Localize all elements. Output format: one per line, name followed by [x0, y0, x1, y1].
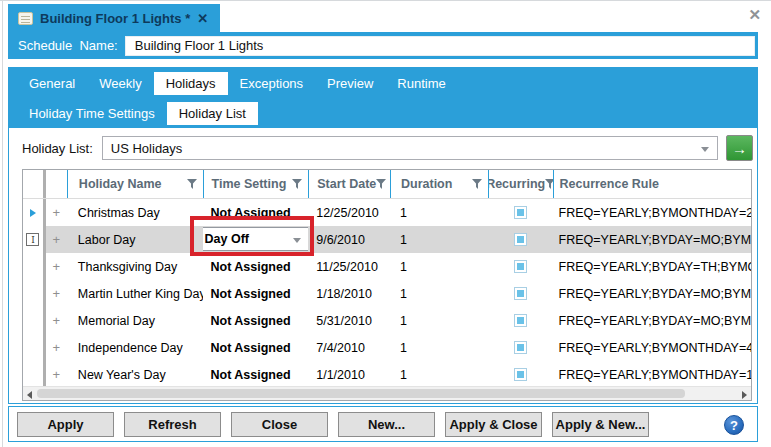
refresh-button[interactable]: Refresh: [124, 412, 221, 437]
filter-icon[interactable]: [545, 179, 552, 189]
filter-icon[interactable]: [187, 179, 197, 189]
cell-start-date[interactable]: 12/25/2010: [308, 199, 390, 226]
recurring-checkbox[interactable]: [514, 260, 527, 273]
cell-duration[interactable]: 1: [390, 334, 488, 361]
recurring-checkbox[interactable]: [514, 206, 527, 219]
tab-exceptions[interactable]: Exceptions: [228, 72, 316, 95]
cell-holiday-name[interactable]: New Year's Day: [67, 361, 203, 388]
table-row[interactable]: + Martin Luther King Day Not Assigned 1/…: [23, 280, 751, 307]
cell-start-date[interactable]: 5/31/2010: [308, 307, 390, 334]
cell-duration[interactable]: 1: [390, 307, 488, 334]
cell-duration[interactable]: 1: [390, 253, 488, 280]
load-holiday-list-button[interactable]: →: [726, 135, 753, 161]
cell-duration[interactable]: 1: [390, 226, 488, 253]
cell-duration[interactable]: 1: [390, 199, 488, 226]
expand-icon[interactable]: +: [46, 307, 67, 334]
cell-recurrence-rule[interactable]: FREQ=YEARLY;BYMONTHDAY=4;BYM: [553, 334, 751, 361]
header-start-date[interactable]: Start Date: [308, 170, 390, 198]
cell-holiday-name[interactable]: Christmas Day: [67, 199, 203, 226]
tab-holiday-list[interactable]: Holiday List: [167, 102, 258, 125]
cell-start-date[interactable]: 1/18/2010: [308, 280, 390, 307]
help-icon[interactable]: ?: [724, 415, 744, 435]
cell-time-setting[interactable]: Not Assigned: [203, 253, 309, 280]
recurring-checkbox[interactable]: [514, 341, 527, 354]
tab-weekly[interactable]: Weekly: [87, 72, 153, 95]
scroll-left-icon[interactable]: [27, 391, 32, 399]
cell-duration[interactable]: 1: [390, 361, 488, 388]
cell-time-setting[interactable]: Not Assigned: [203, 334, 309, 361]
cell-recurring[interactable]: [488, 334, 553, 361]
apply-button[interactable]: Apply: [17, 412, 114, 437]
table-row[interactable]: + Christmas Day Not Assigned 12/25/2010 …: [23, 199, 751, 226]
recurring-checkbox[interactable]: [514, 233, 527, 246]
cell-start-date[interactable]: 1/1/2010: [308, 361, 390, 388]
expand-icon[interactable]: +: [46, 280, 67, 307]
cell-holiday-name[interactable]: Memorial Day: [67, 307, 203, 334]
cell-recurrence-rule[interactable]: FREQ=YEARLY;BYDAY=MO;BYMONT: [553, 307, 751, 334]
tab-general[interactable]: General: [17, 72, 87, 95]
tab-holiday-time-settings[interactable]: Holiday Time Settings: [17, 102, 167, 125]
document-tab[interactable]: Building Floor 1 Lights * ✕: [8, 4, 220, 32]
chevron-down-icon[interactable]: [293, 238, 301, 243]
filter-icon[interactable]: [472, 179, 482, 189]
cell-holiday-name[interactable]: Martin Luther King Day: [67, 280, 203, 307]
scrollbar-thumb[interactable]: [37, 389, 685, 398]
table-row[interactable]: I + Labor Day Day Off 9/6/2010 1: [23, 226, 751, 253]
schedule-name-input[interactable]: [125, 36, 755, 56]
tab-preview[interactable]: Preview: [315, 72, 385, 95]
tab-close-icon[interactable]: ✕: [197, 11, 208, 26]
cell-recurring[interactable]: [488, 199, 553, 226]
cell-recurring[interactable]: [488, 307, 553, 334]
filter-icon[interactable]: [292, 179, 302, 189]
expand-icon[interactable]: +: [46, 226, 67, 253]
cell-time-setting[interactable]: Not Assigned: [203, 280, 309, 307]
header-recurrence-rule[interactable]: Recurrence Rule: [553, 170, 751, 198]
close-button[interactable]: Close: [231, 412, 328, 437]
holiday-list-dropdown[interactable]: US Holidays: [102, 136, 718, 160]
cell-time-setting[interactable]: Not Assigned: [203, 199, 309, 226]
cell-start-date[interactable]: 7/4/2010: [308, 334, 390, 361]
cell-recurring[interactable]: [488, 361, 553, 388]
expand-icon[interactable]: +: [46, 361, 67, 388]
cell-recurrence-rule[interactable]: FREQ=YEARLY;BYDAY=TH;BYMONTH: [553, 253, 751, 280]
apply-new-button[interactable]: Apply & New...: [552, 412, 649, 437]
expand-icon[interactable]: +: [46, 199, 67, 226]
cell-start-date[interactable]: 9/6/2010: [308, 226, 390, 253]
header-holiday-name[interactable]: Holiday Name: [67, 170, 203, 198]
cell-holiday-name[interactable]: Labor Day: [67, 226, 203, 253]
tab-holidays[interactable]: Holidays: [154, 72, 228, 95]
table-row[interactable]: + Memorial Day Not Assigned 5/31/2010 1 …: [23, 307, 751, 334]
cell-time-setting[interactable]: Not Assigned: [203, 307, 309, 334]
recurring-checkbox[interactable]: [514, 368, 527, 381]
filter-icon[interactable]: [376, 179, 386, 189]
cell-time-setting[interactable]: Not Assigned: [203, 361, 309, 388]
cell-recurrence-rule[interactable]: FREQ=YEARLY;BYMONTHDAY=25;BYM: [553, 199, 751, 226]
table-row[interactable]: + Independence Day Not Assigned 7/4/2010…: [23, 334, 751, 361]
header-recurring[interactable]: Recurring: [488, 170, 553, 198]
tab-runtime[interactable]: Runtime: [385, 72, 457, 95]
expand-icon[interactable]: +: [46, 253, 67, 280]
table-row[interactable]: + Thanksgiving Day Not Assigned 11/25/20…: [23, 253, 751, 280]
expand-icon[interactable]: +: [46, 334, 67, 361]
apply-close-button[interactable]: Apply & Close: [445, 412, 542, 437]
cell-start-date[interactable]: 11/25/2010: [308, 253, 390, 280]
cell-recurrence-rule[interactable]: FREQ=YEARLY;BYDAY=MO;BYMONT: [553, 226, 751, 253]
cell-duration[interactable]: 1: [390, 280, 488, 307]
new-button[interactable]: New...: [338, 412, 435, 437]
chevron-down-icon[interactable]: [701, 147, 709, 152]
cell-time-setting[interactable]: Day Off: [203, 226, 309, 253]
cell-recurring[interactable]: [488, 280, 553, 307]
time-setting-dropdown[interactable]: Day Off: [203, 227, 309, 251]
cell-holiday-name[interactable]: Independence Day: [67, 334, 203, 361]
header-duration[interactable]: Duration: [390, 170, 488, 198]
recurring-checkbox[interactable]: [514, 314, 527, 327]
cell-recurrence-rule[interactable]: FREQ=YEARLY;BYDAY=MO;BYMONT: [553, 280, 751, 307]
cell-recurring[interactable]: [488, 253, 553, 280]
cell-recurrence-rule[interactable]: FREQ=YEARLY;BYMONTHDAY=1;BYM: [553, 361, 751, 388]
table-row[interactable]: + New Year's Day Not Assigned 1/1/2010 1…: [23, 361, 751, 388]
cell-holiday-name[interactable]: Thanksgiving Day: [67, 253, 203, 280]
header-time-setting[interactable]: Time Setting: [203, 170, 309, 198]
horizontal-scrollbar[interactable]: [23, 386, 751, 400]
recurring-checkbox[interactable]: [514, 287, 527, 300]
scroll-right-icon[interactable]: [742, 391, 747, 399]
